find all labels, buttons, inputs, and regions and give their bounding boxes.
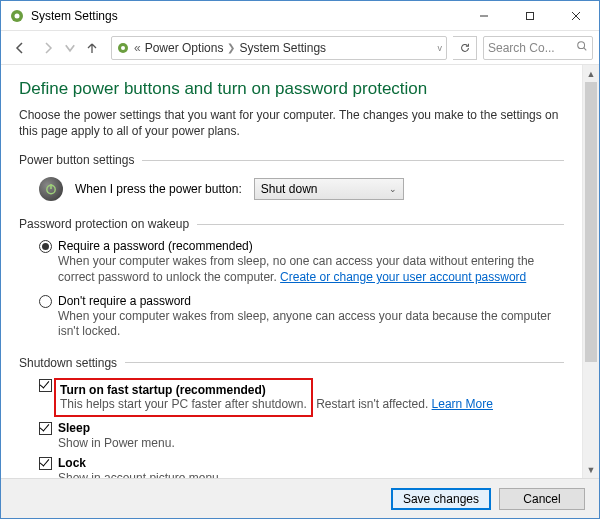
titlebar: System Settings — [1, 1, 599, 31]
scroll-down-arrow[interactable]: ▼ — [583, 461, 599, 478]
highlight-box: Turn on fast startup (recommended) This … — [54, 378, 313, 418]
svg-point-8 — [578, 42, 585, 49]
search-input[interactable]: Search Co... — [483, 36, 593, 60]
window-title: System Settings — [31, 9, 461, 23]
option-title: Don't require a password — [58, 294, 564, 308]
forward-button[interactable] — [35, 35, 61, 61]
svg-rect-3 — [527, 12, 534, 19]
recent-dropdown[interactable] — [63, 35, 77, 61]
dropdown-value: Shut down — [261, 182, 389, 196]
option-title: Require a password (recommended) — [58, 239, 564, 253]
section-label: Power button settings — [19, 153, 134, 167]
option-title: Lock — [58, 456, 564, 470]
radio-require-password[interactable] — [39, 240, 52, 253]
close-button[interactable] — [553, 1, 599, 31]
refresh-button[interactable] — [453, 36, 477, 60]
link-learn-more[interactable]: Learn More — [432, 397, 493, 411]
section-power-button: Power button settings — [19, 153, 564, 167]
option-description: Show in account picture menu. — [58, 471, 564, 478]
radio-no-password[interactable] — [39, 295, 52, 308]
svg-point-7 — [121, 46, 125, 50]
link-account-password[interactable]: Create or change your user account passw… — [280, 270, 526, 284]
option-title: Sleep — [58, 421, 564, 435]
power-icon — [39, 177, 63, 201]
address-icon — [116, 41, 130, 55]
chevron-right-icon: ❯ — [227, 42, 235, 53]
power-button-label: When I press the power button: — [75, 182, 242, 196]
content-pane: Define power buttons and turn on passwor… — [1, 65, 582, 478]
power-button-dropdown[interactable]: Shut down ⌄ — [254, 178, 404, 200]
navbar: « Power Options ❯ System Settings v Sear… — [1, 31, 599, 65]
option-description: This helps start your PC faster after sh… — [60, 397, 307, 411]
address-bar[interactable]: « Power Options ❯ System Settings v — [111, 36, 447, 60]
option-description: When your computer wakes from sleep, any… — [58, 309, 564, 340]
svg-point-1 — [15, 13, 20, 18]
option-description: Show in Power menu. — [58, 436, 564, 452]
app-icon — [9, 8, 25, 24]
maximize-button[interactable] — [507, 1, 553, 31]
search-placeholder: Search Co... — [488, 41, 576, 55]
breadcrumb-item[interactable]: System Settings — [239, 41, 326, 55]
section-label: Shutdown settings — [19, 356, 117, 370]
search-icon — [576, 40, 588, 55]
breadcrumb-overflow: « — [134, 41, 141, 55]
chevron-down-icon: ⌄ — [389, 184, 397, 194]
save-button[interactable]: Save changes — [391, 488, 491, 510]
section-shutdown: Shutdown settings — [19, 356, 564, 370]
option-description: When your computer wakes from sleep, no … — [58, 254, 564, 285]
up-button[interactable] — [79, 35, 105, 61]
option-description-tail: Restart isn't affected. — [316, 397, 431, 411]
vertical-scrollbar[interactable]: ▲ ▼ — [582, 65, 599, 478]
page-title: Define power buttons and turn on passwor… — [19, 79, 564, 99]
cancel-button[interactable]: Cancel — [499, 488, 585, 510]
checkbox-lock[interactable] — [39, 457, 52, 470]
section-password: Password protection on wakeup — [19, 217, 564, 231]
footer: Save changes Cancel — [1, 478, 599, 518]
breadcrumb-item[interactable]: Power Options — [145, 41, 224, 55]
checkbox-fast-startup[interactable] — [39, 379, 52, 392]
checkbox-sleep[interactable] — [39, 422, 52, 435]
svg-line-9 — [584, 48, 587, 51]
minimize-button[interactable] — [461, 1, 507, 31]
page-intro: Choose the power settings that you want … — [19, 107, 564, 139]
option-title: Turn on fast startup (recommended) — [60, 383, 307, 397]
chevron-down-icon[interactable]: v — [438, 43, 443, 53]
back-button[interactable] — [7, 35, 33, 61]
scroll-thumb[interactable] — [585, 82, 597, 362]
scroll-up-arrow[interactable]: ▲ — [583, 65, 599, 82]
section-label: Password protection on wakeup — [19, 217, 189, 231]
